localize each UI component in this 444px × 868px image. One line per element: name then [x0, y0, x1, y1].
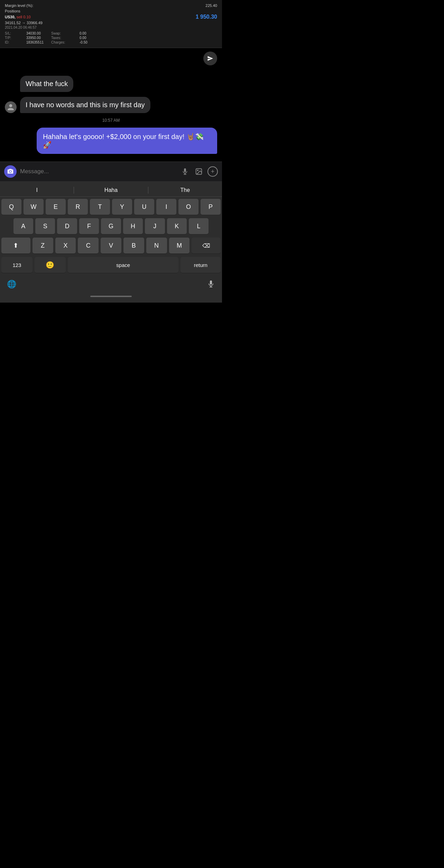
swap-value: 0.00: [80, 31, 97, 35]
predictive-word-2[interactable]: Haha: [74, 187, 148, 193]
key-R[interactable]: R: [68, 199, 88, 215]
key-F[interactable]: F: [79, 218, 99, 234]
key-D[interactable]: D: [57, 218, 77, 234]
key-A[interactable]: A: [13, 218, 33, 234]
key-H[interactable]: H: [123, 218, 143, 234]
image-button[interactable]: [194, 166, 204, 177]
space-key[interactable]: space: [68, 257, 179, 273]
key-X[interactable]: X: [55, 238, 76, 253]
add-button[interactable]: +: [207, 166, 218, 177]
keyboard-mic-icon[interactable]: [207, 280, 215, 290]
margin-value: 225.40: [205, 3, 217, 8]
key-N[interactable]: N: [146, 238, 167, 253]
key-I[interactable]: I: [156, 199, 176, 215]
avatar: [5, 101, 17, 113]
key-P[interactable]: P: [201, 199, 221, 215]
id-label: ID:: [5, 40, 26, 44]
keyboard-row-2: A S D F G H J K L: [0, 218, 222, 234]
symbol: US30,: [5, 15, 16, 19]
key-J[interactable]: J: [145, 218, 165, 234]
margin-label: Margin level (%):: [5, 3, 34, 8]
key-Y[interactable]: Y: [112, 199, 132, 215]
sl-label: S/L:: [5, 31, 26, 35]
message-bubble-3: Hahaha let's goooo! +$2,000 on your firs…: [37, 128, 217, 154]
keyboard-row-1: Q W E R T Y U I O P: [0, 199, 222, 215]
shift-key[interactable]: ⬆: [1, 238, 30, 253]
side: sell 0.10: [17, 15, 31, 19]
key-Z[interactable]: Z: [33, 238, 53, 253]
message-bubble-1: What the fuck: [20, 76, 73, 92]
message-row-2: I have no words and this is my first day: [5, 97, 217, 113]
home-bar: [90, 296, 132, 297]
chat-area: What the fuck I have no words and this i…: [0, 69, 222, 161]
price-range: 34161.52 → 33966.49: [5, 21, 217, 25]
keyboard: I Haha The Q W E R T Y U I O P A S D F G…: [0, 181, 222, 303]
return-key[interactable]: return: [181, 257, 221, 273]
key-G[interactable]: G: [101, 218, 121, 234]
swap-label: Swap:: [51, 31, 79, 35]
send-button[interactable]: [203, 52, 217, 65]
key-L[interactable]: L: [189, 218, 209, 234]
globe-icon[interactable]: 🌐: [7, 280, 16, 290]
globe-mic-row: 🌐: [0, 280, 222, 293]
timestamp: 10:57 AM: [5, 118, 217, 123]
taxes-label: Taxes:: [51, 36, 79, 40]
key-B[interactable]: B: [123, 238, 144, 253]
taxes-value: 0.00: [80, 36, 97, 40]
predictive-word-3[interactable]: The: [148, 187, 222, 193]
trading-card: Margin level (%): 225.40 Positions US30,…: [0, 0, 222, 48]
svg-point-1: [197, 170, 198, 171]
details-grid: S/L: 34030.00 Swap: 0.00 T/P: 33950.00 T…: [5, 31, 217, 44]
tp-label: T/P:: [5, 36, 26, 40]
message-bubble-2: I have no words and this is my first day: [20, 97, 150, 113]
camera-button[interactable]: [4, 165, 17, 178]
sl-value: 34030.00: [26, 31, 50, 35]
key-S[interactable]: S: [35, 218, 55, 234]
message-input[interactable]: [20, 168, 176, 175]
keyboard-row-4: 123 🙂 space return: [0, 257, 222, 276]
home-indicator: [0, 293, 222, 303]
charges-value: -0.50: [80, 40, 97, 44]
profit: 1 950.30: [196, 14, 217, 20]
positions-label: Positions: [5, 9, 217, 13]
key-U[interactable]: U: [134, 199, 154, 215]
key-V[interactable]: V: [101, 238, 121, 253]
charges-label: Charges:: [51, 40, 79, 44]
tp-value: 33950.00: [26, 36, 50, 40]
key-K[interactable]: K: [167, 218, 187, 234]
backspace-key[interactable]: ⌫: [192, 238, 221, 253]
message-input-bar: +: [0, 161, 222, 181]
key-O[interactable]: O: [178, 199, 198, 215]
send-button-area: [0, 48, 222, 69]
id-value: 183635511: [26, 40, 50, 44]
key-W[interactable]: W: [24, 199, 44, 215]
emoji-key[interactable]: 🙂: [35, 257, 66, 273]
key-C[interactable]: C: [78, 238, 99, 253]
input-icons: +: [180, 166, 218, 177]
key-M[interactable]: M: [169, 238, 190, 253]
key-E[interactable]: E: [46, 199, 66, 215]
key-Q[interactable]: Q: [1, 199, 21, 215]
mic-button[interactable]: [180, 166, 190, 177]
predictive-word-1[interactable]: I: [0, 187, 74, 193]
datetime: 2021.04.20 06:46:57: [5, 26, 217, 29]
key-T[interactable]: T: [90, 199, 110, 215]
keyboard-row-3: ⬆ Z X C V B N M ⌫: [0, 238, 222, 253]
num-key[interactable]: 123: [1, 257, 33, 273]
predictive-bar: I Haha The: [0, 184, 222, 197]
